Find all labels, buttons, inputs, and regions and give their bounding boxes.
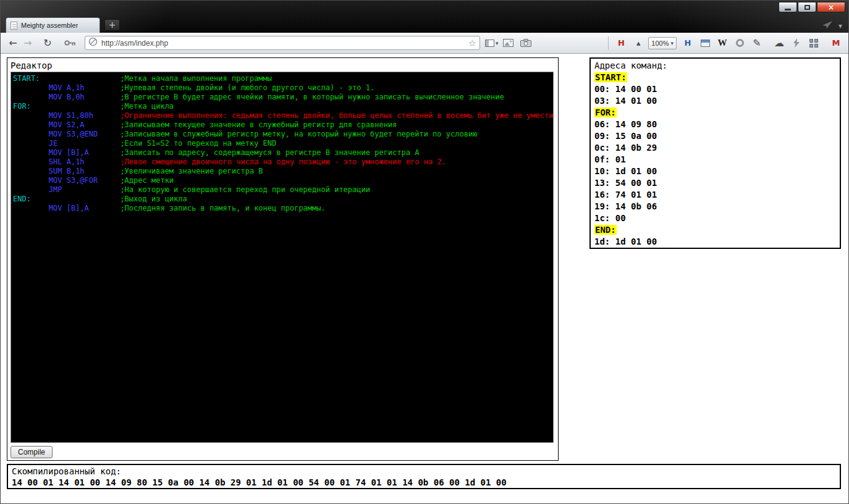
compiled-code: 14 00 01 14 01 00 14 09 80 15 0a 00 14 0… <box>12 477 836 488</box>
address-byte-row: 16: 74 01 01 <box>594 189 836 201</box>
editor-line: SHL A,1h;Левое смещение двоичного числа … <box>13 158 551 167</box>
page-content: Редактор START:;Метка начала выполнения … <box>1 54 848 503</box>
key-icon[interactable] <box>62 36 77 51</box>
editor-line: MOV S2,A;Записываем текущее значение в с… <box>13 120 551 130</box>
reload-button[interactable]: ↻ <box>40 36 55 51</box>
address-byte-row: 13: 54 00 01 <box>594 177 836 189</box>
history-h-icon[interactable]: H <box>680 36 695 51</box>
browser-window: × Meighty assembler + ▾ ← → ↻ http://asm… <box>0 0 849 504</box>
maximize-icon <box>805 5 810 10</box>
address-byte-row: 1c: 00 <box>594 212 836 224</box>
address-byte-row: 0f: 01 <box>594 154 836 166</box>
address-label-row: FOR: <box>594 107 836 119</box>
new-tab-button[interactable]: + <box>104 19 120 31</box>
pencil-icon[interactable]: ✎ <box>750 36 764 51</box>
address-label-row: END: <box>594 224 836 236</box>
tab-title: Meighty assembler <box>21 22 78 29</box>
compiled-panel: Скомпилированный код: 14 00 01 14 01 00 … <box>7 464 841 489</box>
back-button[interactable]: ← <box>6 36 20 51</box>
editor-line: MOV B,0h;В регистре B будет адрес ячейки… <box>13 93 551 102</box>
maximize-button[interactable] <box>798 2 816 12</box>
minimize-button[interactable] <box>779 2 797 12</box>
url-text: http://asm/index.php <box>101 39 465 48</box>
editor-line: MOV [B],A;Записать по адресу, содержащем… <box>13 148 551 158</box>
gmail-m-icon[interactable]: M <box>829 36 843 51</box>
address-list: START:00: 14 00 0103: 14 01 00FOR:06: 14… <box>594 72 836 248</box>
address-byte-row: 19: 14 0b 06 <box>594 201 836 212</box>
zoom-level: 100% <box>651 40 669 47</box>
toolbar-separator <box>608 36 609 50</box>
addresses-title: Адреса команд: <box>594 60 836 72</box>
address-byte-row: 06: 14 09 80 <box>594 119 836 130</box>
validator-h-icon[interactable]: H <box>614 36 628 51</box>
page-favicon-icon <box>11 22 17 30</box>
window-controls: × <box>778 2 845 12</box>
session-window-icon[interactable] <box>698 36 712 51</box>
address-label-row: START: <box>594 72 836 83</box>
titlebar: × Meighty assembler + ▾ <box>1 1 848 33</box>
editor-line: END:;Выход из цикла <box>13 195 551 204</box>
addresses-panel: Адреса команд: START:00: 14 00 0103: 14 … <box>589 57 841 249</box>
tab-list-caret-icon[interactable]: ▾ <box>838 22 842 30</box>
editor-line: MOV S1,80h;Ограничение выполнения: седьм… <box>13 111 551 120</box>
site-identity-icon[interactable] <box>88 37 98 49</box>
cloud-icon[interactable]: ☁ <box>772 36 787 51</box>
editor-line: FOR:;Метка цикла <box>13 102 551 111</box>
ring-icon[interactable] <box>732 36 747 51</box>
zoom-caret-icon: ▾ <box>670 40 674 46</box>
address-byte-row: 0c: 14 0b 29 <box>594 142 836 154</box>
address-byte-row: 03: 14 01 00 <box>594 95 836 107</box>
address-bar[interactable]: http://asm/index.php ☆ <box>85 36 480 50</box>
bookmark-star-icon[interactable]: ☆ <box>468 38 476 49</box>
camera-icon[interactable] <box>518 36 533 51</box>
zoom-dropdown[interactable]: 100% ▾ <box>648 37 677 49</box>
editor-line: MOV S3,@END;Записываем в служебный регис… <box>13 130 551 139</box>
minimize-icon <box>785 9 791 10</box>
editor-line: MOV A,1h;Нулевая степень двойки (и любог… <box>13 83 551 93</box>
editor-line: JE;Если S1=S2 то переход на метку END <box>13 139 551 148</box>
panels-caret-icon: ▾ <box>496 40 499 46</box>
editor-title: Редактор <box>11 60 555 71</box>
address-byte-row: 00: 14 00 01 <box>594 83 836 95</box>
address-byte-row: 1d: 1d 01 00 <box>594 236 836 248</box>
lightning-icon[interactable] <box>789 36 804 51</box>
address-byte-row: 10: 1d 01 00 <box>594 166 836 177</box>
close-button[interactable]: × <box>817 2 845 12</box>
wikipedia-w-icon[interactable]: W <box>715 36 730 51</box>
editor-line: START:;Метка начала выполнения программы <box>13 74 551 83</box>
tab-meighty-assembler[interactable]: Meighty assembler <box>6 17 100 33</box>
editor-line: SUM B,1h;Увеличиваем значение регистра B <box>13 167 551 176</box>
close-icon: × <box>828 4 834 11</box>
forward-button[interactable]: → <box>20 36 35 51</box>
panels-button[interactable]: ▾ <box>485 40 499 47</box>
grid-icon[interactable] <box>806 36 821 51</box>
editor-line: JMP;На которую и совершается переход при… <box>13 185 551 195</box>
send-icon[interactable] <box>822 21 832 30</box>
panels-icon <box>485 40 494 47</box>
editor-textarea[interactable]: START:;Метка начала выполнения программы… <box>11 72 554 443</box>
address-byte-row: 09: 15 0a 00 <box>594 130 836 142</box>
compiled-title: Скомпилированный код: <box>12 466 836 477</box>
editor-line: MOV S3,@FOR;Адрес метки <box>13 176 551 185</box>
images-icon[interactable] <box>501 36 516 51</box>
navigation-toolbar: ← → ↻ http://asm/index.php ☆ ▾ H ▴ 100% <box>1 33 848 54</box>
compile-button[interactable]: Compile <box>11 446 53 458</box>
editor-panel: Редактор START:;Метка начала выполнения … <box>7 57 559 461</box>
editor-line: MOV [B],A;Последняя запись в память, и к… <box>13 204 551 213</box>
zoom-up-icon[interactable]: ▴ <box>631 36 646 51</box>
